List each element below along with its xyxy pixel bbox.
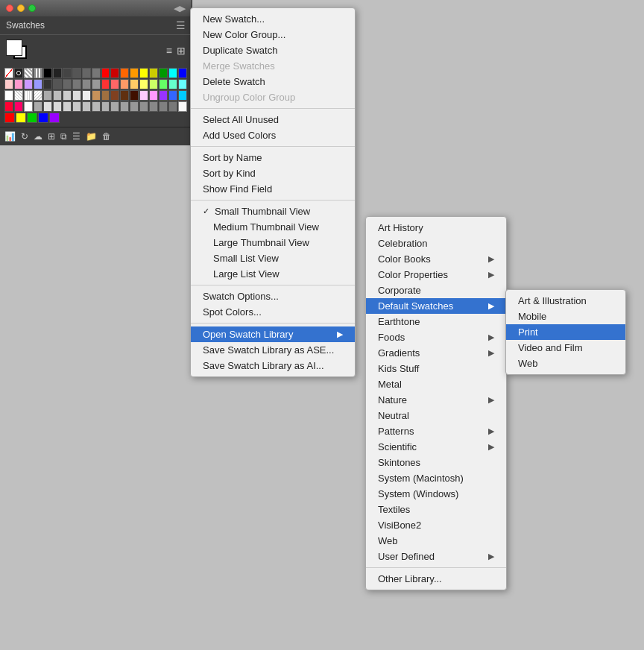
submenu1-color-books[interactable]: Color Books ▶ [366, 251, 506, 267]
menu-item-large-list[interactable]: Large List View [191, 266, 355, 282]
menu-item-small-thumbnail[interactable]: ✓ Small Thumbnail View [191, 203, 355, 219]
swatch-r2-9[interactable] [82, 79, 91, 89]
swatch-or2[interactable] [130, 68, 139, 78]
menu-item-spot-colors[interactable]: Spot Colors... [191, 304, 355, 320]
swatch-dg2[interactable] [63, 68, 72, 78]
swatch-r3-3[interactable] [24, 90, 33, 101]
submenu1-color-properties[interactable]: Color Properties ▶ [366, 267, 506, 283]
menu-item-duplicate-swatch[interactable]: Duplicate Swatch [191, 42, 355, 58]
swatch-r2-18[interactable] [168, 79, 177, 89]
submenu1-patterns[interactable]: Patterns ▶ [366, 423, 506, 439]
submenu1-corporate[interactable]: Corporate [366, 283, 506, 298]
submenu1-celebration[interactable]: Celebration [366, 236, 506, 251]
swatch-ye1[interactable] [139, 68, 148, 78]
swatch-r3-15[interactable] [139, 90, 148, 101]
close-button[interactable] [6, 4, 13, 12]
swatch-r3-8[interactable] [72, 90, 81, 101]
swatch-r5-5[interactable] [49, 113, 60, 123]
submenu2-mobile[interactable]: Mobile [506, 309, 625, 324]
submenu1-web[interactable]: Web [366, 533, 506, 549]
color-mode-icon[interactable]: ↻ [21, 131, 28, 142]
swatch-r4-17[interactable] [159, 101, 168, 112]
swatch-r4-16[interactable] [149, 101, 158, 112]
swatch-r4-13[interactable] [120, 101, 129, 112]
swatch-r5-1[interactable] [4, 113, 15, 123]
swatch-red1[interactable] [101, 68, 110, 78]
submenu1-other-library[interactable]: Other Library... [366, 571, 506, 587]
submenu1-nature[interactable]: Nature ▶ [366, 392, 506, 408]
swatch-r3-9[interactable] [82, 90, 91, 101]
maximize-button[interactable] [28, 4, 36, 12]
swatch-r2-15[interactable] [139, 79, 148, 89]
swatch-pattern1[interactable] [24, 68, 33, 78]
swatch-r4-7[interactable] [63, 101, 72, 112]
show-libraries-icon[interactable]: 📊 [4, 131, 16, 142]
grid-view-icon[interactable]: ⊞ [177, 45, 186, 57]
swatch-r4-10[interactable] [92, 101, 101, 112]
swatch-r4-18[interactable] [168, 101, 177, 112]
menu-item-sort-by-name[interactable]: Sort by Name [191, 150, 355, 165]
swatch-r3-16[interactable] [149, 90, 158, 101]
swatch-dg3[interactable] [72, 68, 81, 78]
swatch-none[interactable] [4, 68, 13, 78]
swatch-r4-6[interactable] [53, 101, 62, 112]
layers-icon[interactable]: ⧉ [60, 131, 67, 142]
submenu1-visibone2[interactable]: VisiBone2 [366, 517, 506, 533]
cloud-icon[interactable]: ☁ [34, 131, 42, 142]
swatch-r2-10[interactable] [92, 79, 101, 89]
swatch-registration[interactable] [14, 68, 23, 78]
swatch-r4-9[interactable] [82, 101, 91, 112]
menu-item-save-ai[interactable]: Save Swatch Library as AI... [191, 358, 355, 373]
submenu1-metal[interactable]: Metal [366, 376, 506, 392]
swatch-r5-2[interactable] [16, 113, 26, 123]
folder-icon[interactable]: 📁 [86, 131, 97, 142]
submenu1-scientific[interactable]: Scientific ▶ [366, 439, 506, 455]
swatch-r3-1[interactable] [4, 90, 13, 101]
swatch-r2-5[interactable] [43, 79, 52, 89]
swatch-r3-4[interactable] [34, 90, 42, 101]
swatch-dg1[interactable] [53, 68, 62, 78]
swatch-r4-2[interactable] [14, 101, 23, 112]
trash-icon[interactable]: 🗑 [102, 131, 111, 142]
swatch-r2-2[interactable] [14, 79, 23, 89]
swatch-r4-11[interactable] [101, 101, 110, 112]
swatch-cy1[interactable] [168, 68, 177, 78]
swatch-r3-18[interactable] [168, 90, 177, 101]
grid-options-icon[interactable]: ⊞ [48, 131, 55, 142]
swatch-r3-10[interactable] [92, 90, 101, 101]
swatch-r5-3[interactable] [27, 113, 37, 123]
swatch-or1[interactable] [120, 68, 129, 78]
swatch-ye2[interactable] [149, 68, 158, 78]
swatch-r2-13[interactable] [120, 79, 129, 89]
submenu1-earthtone[interactable]: Earthtone [366, 314, 506, 329]
menu-item-new-color-group[interactable]: New Color Group... [191, 27, 355, 42]
list-options-icon[interactable]: ☰ [72, 131, 80, 142]
swatch-r3-19[interactable] [178, 90, 187, 101]
swatch-r3-14[interactable] [130, 90, 139, 101]
swatch-r4-19[interactable] [178, 101, 187, 112]
swatch-r3-2[interactable] [14, 90, 23, 101]
swatch-pattern2[interactable] [34, 68, 42, 78]
swatch-r4-15[interactable] [139, 101, 148, 112]
submenu1-system-mac[interactable]: System (Macintosh) [366, 470, 506, 486]
submenu1-gradients[interactable]: Gradients ▶ [366, 345, 506, 361]
submenu1-kids-stuff[interactable]: Kids Stuff [366, 361, 506, 376]
swatch-r2-16[interactable] [149, 79, 158, 89]
menu-item-select-all-unused[interactable]: Select All Unused [191, 112, 355, 127]
swatch-red2[interactable] [110, 68, 119, 78]
submenu1-neutral[interactable]: Neutral [366, 408, 506, 423]
swatch-dg5[interactable] [92, 68, 101, 78]
swatch-r3-6[interactable] [53, 90, 62, 101]
swatch-r3-12[interactable] [110, 90, 119, 101]
swatch-r4-14[interactable] [130, 101, 139, 112]
swatch-r2-3[interactable] [24, 79, 33, 89]
swatch-r2-14[interactable] [130, 79, 139, 89]
submenu1-system-win[interactable]: System (Windows) [366, 486, 506, 502]
swatch-dg4[interactable] [82, 68, 91, 78]
swatch-gr1[interactable] [159, 68, 168, 78]
swatch-r2-19[interactable] [178, 79, 187, 89]
minimize-button[interactable] [17, 4, 25, 12]
menu-item-medium-thumbnail[interactable]: Medium Thumbnail View [191, 219, 355, 235]
panel-menu-icon[interactable]: ☰ [176, 19, 186, 31]
menu-item-new-swatch[interactable]: New Swatch... [191, 11, 355, 27]
